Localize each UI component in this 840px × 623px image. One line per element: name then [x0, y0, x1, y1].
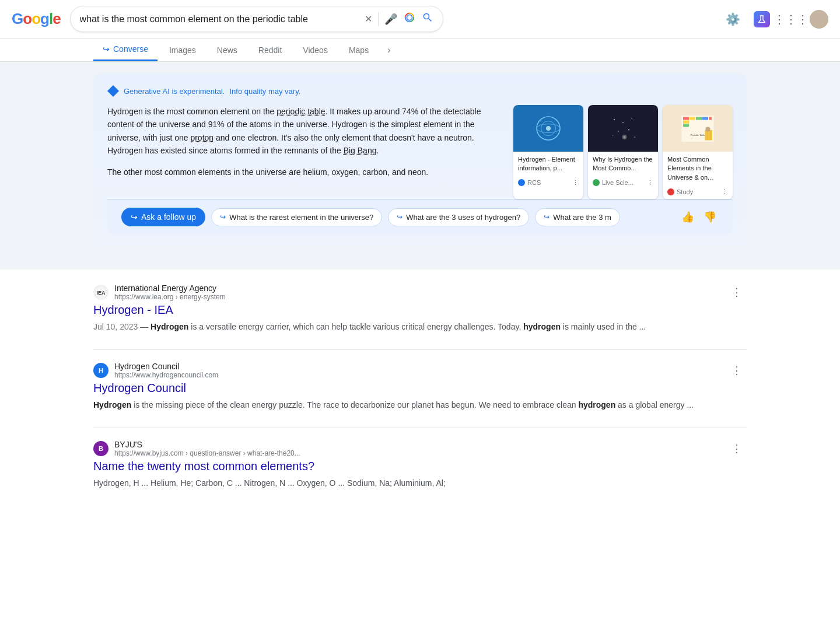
ai-content: Hydrogen is the most common element on t… — [107, 105, 733, 199]
tab-reddit-label: Reddit — [258, 46, 282, 55]
followup-chip-3-label: What are the 3 m — [553, 213, 611, 222]
tab-images-label: Images — [169, 46, 196, 55]
ai-text: Hydrogen is the most common element on t… — [107, 105, 502, 199]
svg-rect-16 — [683, 117, 689, 120]
more-tabs-button[interactable]: › — [380, 40, 397, 60]
ai-image-card-2[interactable]: Why Is Hydrogen the Most Commo... Live S… — [588, 105, 658, 199]
ai-image-info-3: Most Common Elements in the Universe & o… — [663, 152, 733, 186]
nav-tabs: ↪ Converse Images News Reddit Videos Map… — [0, 38, 840, 62]
apps-button[interactable]: ⋮⋮⋮ — [780, 9, 802, 30]
source-dot-3 — [667, 188, 674, 195]
ai-quality-note: Info quality may vary. — [229, 87, 300, 96]
ai-image-row: Hydrogen - Element information, p... RCS… — [513, 105, 733, 199]
clear-icon[interactable]: ✕ — [365, 13, 372, 24]
tab-maps-label: Maps — [349, 46, 369, 55]
svg-point-11 — [612, 135, 613, 136]
svg-point-0 — [407, 15, 412, 20]
ai-image-thumb-1 — [513, 105, 583, 152]
followup-chip-3[interactable]: ↪ What are the 3 m — [535, 208, 620, 226]
followup-arrow-icon: ↪ — [131, 212, 138, 222]
ai-image-source-1: RCS ⋮ — [513, 177, 583, 190]
result-favicon-hc: H — [93, 363, 108, 378]
tab-converse[interactable]: ↪ Converse — [93, 38, 158, 61]
result-item-hc: H Hydrogen Council https://www.hydrogenc… — [93, 362, 747, 411]
ai-image-thumb-2 — [588, 105, 658, 152]
search-bar: ✕ 🎤 — [70, 6, 443, 32]
result-source-byju: B BYJU'S https://www.byjus.com › questio… — [93, 440, 747, 457]
svg-point-8 — [631, 118, 632, 119]
ai-experimental-label: Generative AI is experimental. — [124, 87, 225, 96]
lens-icon[interactable] — [403, 11, 416, 27]
followup-chip-2[interactable]: ↪ What are the 3 uses of hydrogen? — [388, 208, 529, 226]
ai-image-card-3[interactable]: Periodic Table Most Common Elements in t… — [663, 105, 733, 199]
ai-paragraph-2: The other most common elements in the un… — [107, 166, 502, 178]
svg-rect-19 — [702, 117, 708, 120]
labs-button[interactable] — [751, 9, 772, 30]
tab-reddit[interactable]: Reddit — [249, 40, 291, 61]
svg-rect-18 — [696, 117, 702, 120]
settings-button[interactable]: ⚙️ — [722, 9, 743, 30]
labs-icon — [754, 11, 770, 27]
result-item-byju: B BYJU'S https://www.byjus.com › questio… — [93, 440, 747, 489]
ai-header: Generative AI is experimental. Info qual… — [107, 85, 733, 97]
source-dot-1 — [518, 179, 525, 186]
tab-videos[interactable]: Videos — [293, 40, 337, 61]
source-name-2: Live Scie... — [593, 179, 634, 186]
search-submit-icon[interactable] — [422, 12, 433, 26]
thumbs-up-button[interactable]: 👍 — [679, 208, 696, 226]
search-input[interactable] — [80, 14, 359, 24]
big-bang-link[interactable]: Big Bang — [344, 146, 377, 155]
proton-link[interactable]: proton — [190, 133, 214, 142]
svg-point-6 — [614, 119, 615, 120]
result-url-hc: https://www.hydrogencouncil.com — [114, 371, 721, 379]
result-title-hc[interactable]: Hydrogen Council — [93, 382, 747, 395]
result-more-button-iea[interactable]: ⋮ — [727, 284, 747, 301]
image-more-icon-3[interactable]: ⋮ — [722, 188, 728, 195]
ai-image-info-2: Why Is Hydrogen the Most Commo... — [588, 152, 658, 177]
tab-news[interactable]: News — [208, 40, 247, 61]
result-separator-2 — [93, 428, 747, 428]
tab-converse-label: Converse — [113, 44, 148, 54]
result-bold-3: Hydrogen — [93, 400, 131, 410]
divider — [378, 12, 379, 26]
ai-image-info-1: Hydrogen - Element information, p... — [513, 152, 583, 177]
ai-image-thumb-3: Periodic Table — [663, 105, 733, 152]
result-source-info-hc: Hydrogen Council https://www.hydrogencou… — [114, 362, 721, 379]
result-date-iea: Jul 10, 2023 — [93, 322, 138, 331]
tab-images[interactable]: Images — [160, 40, 205, 61]
result-site-name-hc: Hydrogen Council — [114, 362, 721, 371]
followup-chips-container: ↪ What is the rarest element in the univ… — [211, 208, 673, 226]
ai-image-source-2: Live Scie... ⋮ — [588, 177, 658, 190]
periodic-table-link[interactable]: periodic table — [276, 107, 325, 116]
result-title-byju[interactable]: Name the twenty most common elements? — [93, 460, 747, 473]
tab-maps[interactable]: Maps — [340, 40, 378, 61]
avatar[interactable] — [810, 10, 828, 29]
header-icons: ⚙️ ⋮⋮⋮ — [722, 9, 828, 30]
svg-point-9 — [618, 131, 620, 132]
image-more-icon-2[interactable]: ⋮ — [647, 179, 653, 187]
followup-chip-1[interactable]: ↪ What is the rarest element in the univ… — [211, 208, 382, 226]
result-more-button-byju[interactable]: ⋮ — [727, 440, 747, 457]
image-more-icon-1[interactable]: ⋮ — [572, 179, 579, 187]
result-bold-2: hydrogen — [523, 322, 561, 331]
result-more-button-hc[interactable]: ⋮ — [727, 362, 747, 379]
ai-image-card-1[interactable]: Hydrogen - Element information, p... RCS… — [513, 105, 583, 199]
result-url-byju: https://www.byjus.com › question-answer … — [114, 449, 721, 457]
result-url-iea: https://www.iea.org › energy-system — [114, 293, 721, 301]
followup-bar: ↪ Ask a follow up ↪ What is the rarest e… — [107, 199, 733, 235]
chip-arrow-2: ↪ — [397, 213, 402, 221]
result-source-info-iea: International Energy Agency https://www.… — [114, 284, 721, 301]
svg-rect-20 — [709, 117, 712, 120]
google-logo: Google — [12, 10, 61, 28]
thumbs-down-button[interactable]: 👎 — [701, 208, 719, 226]
result-site-name-byju: BYJU'S — [114, 440, 721, 449]
ai-images: Hydrogen - Element information, p... RCS… — [513, 105, 733, 199]
tab-videos-label: Videos — [303, 46, 328, 55]
svg-text:Periodic Table: Periodic Table — [690, 134, 705, 136]
ask-followup-button[interactable]: ↪ Ask a follow up — [121, 208, 205, 226]
svg-rect-24 — [705, 130, 713, 141]
result-title-iea[interactable]: Hydrogen - IEA — [93, 303, 747, 317]
mic-icon[interactable]: 🎤 — [384, 13, 397, 26]
grid-icon: ⋮⋮⋮ — [774, 12, 808, 26]
svg-rect-22 — [683, 124, 689, 127]
